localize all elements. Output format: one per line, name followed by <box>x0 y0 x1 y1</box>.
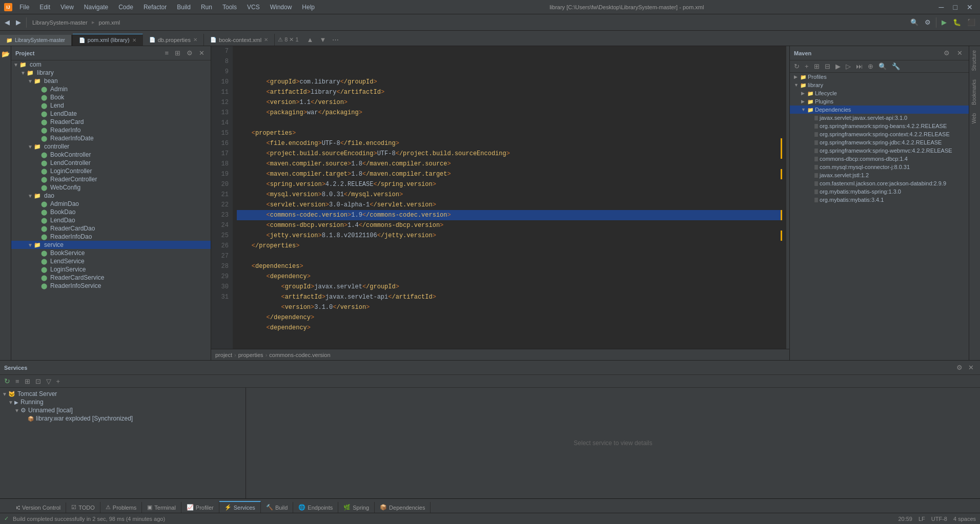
project-tree-item-service[interactable]: ▼📁service <box>11 241 211 249</box>
maven-expand[interactable]: ⊞ <box>812 61 822 71</box>
project-expand-all[interactable]: ⊞ <box>173 48 182 58</box>
tab-endpoints[interactable]: 🌐 Endpoints <box>293 502 338 513</box>
toolbar-stop[interactable]: ⬛ <box>965 17 978 28</box>
tab-book-context[interactable]: 📄 book-context.xml ✕ <box>204 34 275 46</box>
maven-debug[interactable]: ▷ <box>844 61 853 71</box>
maven-search[interactable]: 🔍 <box>876 61 889 71</box>
maven-item-4[interactable]: ▼📁 Dependencies <box>790 106 969 114</box>
project-tree-item-readercontroller[interactable]: ⬤ReaderController <box>11 175 211 183</box>
deploy-item[interactable]: 📦 library.war exploded [Synchronized] <box>0 414 246 423</box>
tab-terminal[interactable]: ▣ Terminal <box>142 502 181 513</box>
project-collapse-all[interactable]: ≡ <box>162 48 171 58</box>
menu-view[interactable]: View <box>57 3 77 12</box>
maven-settings[interactable]: ⚙ <box>942 48 952 58</box>
project-tree-item-admin[interactable]: ⬤Admin <box>11 85 211 93</box>
tab-book-close[interactable]: ✕ <box>264 37 268 43</box>
code-editor[interactable]: 7891011121314151617181920212223242526272… <box>211 46 789 349</box>
project-tree-item-readercard[interactable]: ⬤ReaderCard <box>11 118 211 126</box>
tab-todo[interactable]: ☑ TODO <box>66 502 100 513</box>
code-line-7[interactable]: <groupId>com.library</groupId> <box>237 77 782 87</box>
services-close[interactable]: ✕ <box>966 363 976 372</box>
project-tree-item-loginservice[interactable]: ⬤LoginService <box>11 265 211 274</box>
maven-item-8[interactable]: ||| org.springframework:spring-jdbc:4.2.… <box>790 138 969 146</box>
project-tree-item-bookdao[interactable]: ⬤BookDao <box>11 208 211 216</box>
unnamed-item[interactable]: ▼ ⚙ Unnamed [local] <box>0 406 246 414</box>
code-line-27[interactable]: <groupId>javax.servlet</groupId> <box>237 282 782 292</box>
maven-item-3[interactable]: ▶📁 Plugins <box>790 97 969 106</box>
maven-wrench[interactable]: 🔧 <box>890 61 902 71</box>
tab-db-close[interactable]: ✕ <box>193 37 197 43</box>
services-settings[interactable]: ⚙ <box>954 363 965 372</box>
code-line-23[interactable]: </properties> <box>237 241 782 251</box>
project-tree-item-bean[interactable]: ▼📁bean <box>11 77 211 85</box>
project-tree-item-webconfig[interactable]: ⬤WebConfig <box>11 183 211 192</box>
maven-item-7[interactable]: ||| org.springframework:spring-context:4… <box>790 130 969 138</box>
code-line-22[interactable]: <jetty.version>8.1.8.v20121106</jetty.ve… <box>237 230 782 241</box>
menu-help[interactable]: Help <box>299 3 318 12</box>
tomcat-server-item[interactable]: ▼ 🐱 Tomcat Server <box>0 390 246 398</box>
maven-item-14[interactable]: ||| org.mybatis:mybatis-spring:1.3.0 <box>790 187 969 196</box>
project-tree-item-dao[interactable]: ▼📁dao <box>11 192 211 200</box>
menu-tools[interactable]: Tools <box>219 3 240 12</box>
toolbar-forward[interactable]: ▶ <box>13 17 24 28</box>
maven-item-2[interactable]: ▶📁 Lifecycle <box>790 89 969 97</box>
maven-run[interactable]: ▶ <box>833 61 843 71</box>
project-tab[interactable]: 📁 LibrarySystem-master <box>0 35 72 46</box>
tab-pom-xml[interactable]: 📄 pom.xml (library) ✕ <box>73 34 143 46</box>
project-tree-item-controller[interactable]: ▼📁controller <box>11 142 211 151</box>
project-tree-item-lenddate[interactable]: ⬤LendDate <box>11 110 211 118</box>
maven-item-12[interactable]: ||| javax.servlet:jstl:1.2 <box>790 171 969 179</box>
toolbar-run[interactable]: ▶ <box>939 17 949 28</box>
project-tree-item-lend[interactable]: ⬤Lend <box>11 101 211 110</box>
status-indent[interactable]: 4 spaces <box>953 516 976 522</box>
menu-window[interactable]: Window <box>267 3 295 12</box>
code-line-15[interactable]: <maven.compiler.source>1.8</maven.compil… <box>237 159 782 169</box>
tab-pom-close[interactable]: ✕ <box>132 37 136 43</box>
code-line-8[interactable]: <artifactId>library</artifactId> <box>237 87 782 97</box>
project-tree-item-lendservice[interactable]: ⬤LendService <box>11 257 211 265</box>
project-tree-item-readercardservice[interactable]: ⬤ReaderCardService <box>11 274 211 282</box>
maven-item-0[interactable]: ▶📁 Profiles <box>790 73 969 81</box>
menu-file[interactable]: File <box>16 3 32 12</box>
maven-item-6[interactable]: ||| org.springframework:spring-beans:4.2… <box>790 122 969 130</box>
status-lf[interactable]: LF <box>918 516 925 522</box>
project-close[interactable]: ✕ <box>197 48 207 58</box>
toolbar-debug[interactable]: 🐛 <box>950 17 964 28</box>
project-tree-item-book[interactable]: ⬤Book <box>11 93 211 101</box>
code-line-9[interactable]: <version>1.1</version> <box>237 97 782 108</box>
code-line-17[interactable]: <spring.version>4.2.2.RELEASE</spring.ve… <box>237 179 782 190</box>
maven-add[interactable]: + <box>803 61 811 71</box>
services-group[interactable]: ⊡ <box>33 376 43 386</box>
code-line-29[interactable]: <version>3.1.0</version> <box>237 302 782 312</box>
code-content[interactable]: <groupId>com.library</groupId> <artifact… <box>233 46 786 349</box>
project-tree-item-readerinfo[interactable]: ⬤ReaderInfo <box>11 126 211 134</box>
code-line-11[interactable] <box>237 118 782 128</box>
project-tree-item-lendcontroller[interactable]: ⬤LendController <box>11 159 211 167</box>
maven-item-1[interactable]: ▼📁 library <box>790 81 969 89</box>
maven-skip[interactable]: ⏭ <box>854 61 865 71</box>
maven-item-11[interactable]: ||| com.mysql:mysql-connector-j:8.0.31 <box>790 163 969 171</box>
tab-version-control[interactable]: ⑆ Version Control <box>11 502 66 513</box>
menu-vcs[interactable]: VCS <box>244 3 263 12</box>
project-tree-item-com[interactable]: ▼📁com <box>11 60 211 69</box>
project-tree-item-logincontroller[interactable]: ⬤LoginController <box>11 167 211 175</box>
close-button[interactable]: ✕ <box>964 2 976 12</box>
maven-item-10[interactable]: ||| commons-dbcp:commons-dbcp:1.4 <box>790 155 969 163</box>
maven-collapse[interactable]: ⊟ <box>823 61 832 71</box>
running-item[interactable]: ▼ ▶ Running <box>0 398 246 406</box>
tab-dependencies[interactable]: 📦 Dependencies <box>375 502 431 513</box>
code-line-20[interactable]: <commons-codec.version>1.9</commons-code… <box>237 210 782 220</box>
code-line-18[interactable]: <mysql.version>8.0.31</mysql.version> <box>237 190 782 200</box>
toolbar-settings[interactable]: ⚙ <box>922 17 933 28</box>
menu-edit[interactable]: Edit <box>36 3 53 12</box>
services-filter[interactable]: ▽ <box>44 376 53 386</box>
tab-db-properties[interactable]: 📄 db.properties ✕ <box>143 34 204 46</box>
tab-problems[interactable]: ⚠ Problems <box>100 502 142 513</box>
code-line-10[interactable]: <packaging>war</packaging> <box>237 108 782 118</box>
menu-build[interactable]: Build <box>174 3 194 12</box>
maven-item-13[interactable]: ||| com.fasterxml.jackson.core:jackson-d… <box>790 179 969 187</box>
tab-spring[interactable]: 🌿 Spring <box>338 502 375 513</box>
menu-navigate[interactable]: Navigate <box>81 3 111 12</box>
project-tree-item-library[interactable]: ▼📁library <box>11 69 211 77</box>
toolbar-search[interactable]: 🔍 <box>908 17 921 28</box>
